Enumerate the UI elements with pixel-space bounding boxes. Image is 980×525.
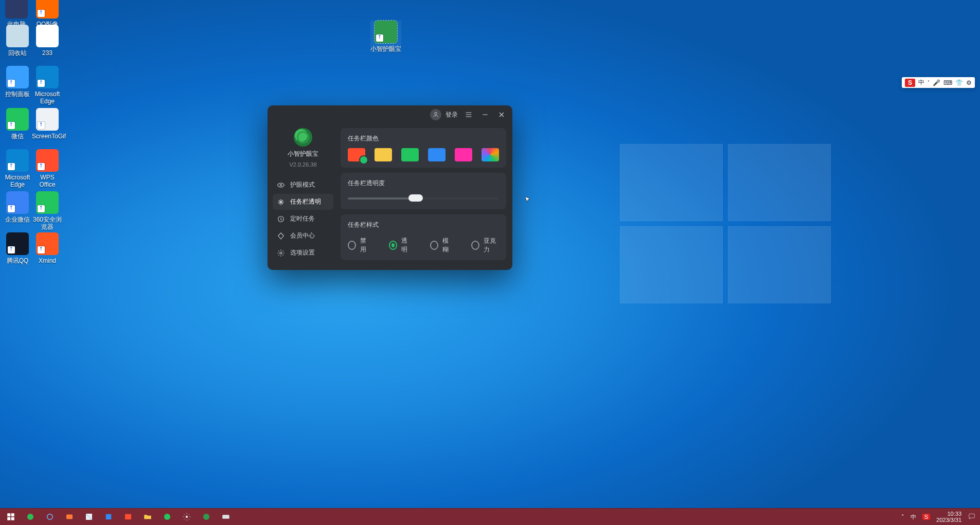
xmind-icon xyxy=(36,232,59,255)
desktop-icon-screentogif[interactable]: ScreenToGif xyxy=(32,108,63,140)
wechat-icon xyxy=(6,108,29,131)
sidebar: 小智护眼宝 V2.0.26.38 护眼模式任务栏透明定时任务会员中心选项设置 xyxy=(268,124,336,270)
sidebar-item-clock[interactable]: 定时任务 xyxy=(273,211,333,227)
svg-rect-12 xyxy=(106,514,112,520)
menu-button[interactable] xyxy=(463,109,474,120)
taskbar-app-xiaozhi[interactable] xyxy=(199,511,214,523)
tray-notifications-icon[interactable] xyxy=(968,512,976,521)
ime-skin-icon[interactable]: 👕 xyxy=(955,79,963,86)
taskbar-app-wechat[interactable] xyxy=(159,511,175,523)
desktop-icon-360-browser[interactable]: 360安全浏览器 xyxy=(32,191,63,230)
panel-taskbar-color: 任务栏颜色 xyxy=(341,128,506,168)
svg-point-0 xyxy=(435,112,437,115)
desktop-icon-label: Microsoft Edge xyxy=(2,174,33,188)
panel-taskbar-style: 任务栏样式 禁用透明模糊亚克力 xyxy=(341,214,506,260)
sidebar-item-gear[interactable]: 选项设置 xyxy=(273,245,333,261)
desktop-icon-edge-1[interactable]: Microsoft Edge xyxy=(32,66,63,105)
color-swatch-blue[interactable] xyxy=(428,148,446,161)
ime-settings-icon[interactable]: ⚙ xyxy=(966,79,972,86)
color-swatch-rainbow[interactable] xyxy=(482,148,499,161)
sidebar-item-eye[interactable]: 护眼模式 xyxy=(273,177,333,193)
desktop-icon-wechat[interactable]: 微信 xyxy=(2,108,33,140)
color-swatch-yellow[interactable] xyxy=(375,148,392,161)
taskbar-app-settings[interactable] xyxy=(179,511,194,523)
ime-item[interactable]: 中 xyxy=(918,78,924,87)
taskbar-app-task[interactable] xyxy=(101,511,116,523)
desktop-icon-label: Xmind xyxy=(32,257,63,264)
tray-ime-icon[interactable]: S xyxy=(922,514,930,520)
taskbar-app-cortana[interactable] xyxy=(42,511,58,523)
tray-time: 10:33 xyxy=(947,511,961,517)
minimize-button[interactable] xyxy=(479,109,491,120)
tray-lang[interactable]: 中 xyxy=(911,513,916,521)
desktop-icon-label: 微信 xyxy=(2,133,33,140)
login-area[interactable]: 登录 xyxy=(430,109,458,120)
radio-label: 亚克力 xyxy=(484,237,500,254)
svg-rect-17 xyxy=(222,515,229,519)
opacity-slider[interactable] xyxy=(348,193,499,203)
recycle-bin-icon xyxy=(6,25,29,47)
radio-label: 透明 xyxy=(401,237,412,254)
close-button[interactable] xyxy=(496,109,507,120)
taskbar-right: ˄ 中 S 10:33 2023/3/31 xyxy=(901,511,980,523)
app-window: 登录 小智护眼宝 V2.0.26.38 护眼模式任务栏透明定时任务会员中心选项设… xyxy=(268,105,512,270)
ime-toolbar[interactable]: S 中 ٬ 🎤 ⌨ 👕 ⚙ xyxy=(902,77,975,88)
desktop-icon-recycle-bin[interactable]: 回收站 xyxy=(2,25,33,57)
taskbar-app-360[interactable] xyxy=(23,511,38,523)
radio-label: 模糊 xyxy=(442,237,453,254)
login-label: 登录 xyxy=(446,111,458,119)
content: 任务栏颜色 任务栏透明度 任务栏样式 禁用透明模糊亚克力 xyxy=(336,124,512,270)
svg-rect-5 xyxy=(11,513,14,516)
desktop-icon-xmind[interactable]: Xmind xyxy=(32,232,63,264)
style-radio-2[interactable]: 模糊 xyxy=(430,237,453,254)
style-radio-3[interactable]: 亚克力 xyxy=(471,237,499,254)
style-radio-0[interactable]: 禁用 xyxy=(348,237,370,254)
style-radio-1[interactable]: 透明 xyxy=(389,237,412,254)
desktop-icon-wps[interactable]: WPS Office xyxy=(32,149,63,188)
desktop-icon-label: 回收站 xyxy=(2,49,33,57)
desktop-icon-qiye-wechat[interactable]: 企业微信 xyxy=(2,191,33,223)
ime-mic-icon[interactable]: 🎤 xyxy=(933,79,940,86)
wps-icon xyxy=(36,149,59,172)
taskbar-app-keyboard[interactable] xyxy=(218,511,234,523)
taskbar-app-wps[interactable] xyxy=(120,511,136,523)
color-swatch-magenta[interactable] xyxy=(455,148,472,161)
svg-point-16 xyxy=(203,514,209,520)
cursor-icon xyxy=(524,194,531,205)
qiye-wechat-icon xyxy=(6,191,29,214)
ime-item[interactable]: ٬ xyxy=(928,79,930,86)
desktop-icon-this-pc[interactable]: 此电脑 xyxy=(1,0,32,28)
taskbar-app-paint[interactable] xyxy=(81,511,97,523)
taskbar-app-video[interactable] xyxy=(62,511,77,523)
svg-rect-10 xyxy=(66,515,73,519)
slider-thumb[interactable] xyxy=(408,194,423,202)
svg-point-14 xyxy=(164,514,170,520)
start-button[interactable] xyxy=(3,511,19,523)
svg-rect-13 xyxy=(125,514,131,520)
tray-date: 2023/3/31 xyxy=(936,517,961,523)
desktop-icon-edge-2[interactable]: Microsoft Edge xyxy=(2,149,33,188)
desktop-icon-control-panel[interactable]: 控制面板 xyxy=(2,66,33,98)
desktop-icon-xiaozhi-desktop[interactable]: 小智护眼宝 xyxy=(370,21,401,52)
desktop-icon-qq-image[interactable]: QQ影像 xyxy=(32,0,63,28)
tray-expand-icon[interactable]: ˄ xyxy=(901,514,904,520)
gear-icon xyxy=(277,249,285,257)
tray-clock[interactable]: 10:33 2023/3/31 xyxy=(936,511,961,523)
screentogif-icon xyxy=(36,108,59,131)
sidebar-item-diamond[interactable]: 会员中心 xyxy=(273,228,333,244)
sidebar-item-sparkle[interactable]: 任务栏透明 xyxy=(273,194,333,210)
ime-keyboard-icon[interactable]: ⌨ xyxy=(943,79,952,86)
qq-image-icon xyxy=(36,0,59,19)
color-swatch-red[interactable] xyxy=(348,148,365,161)
sparkle-icon xyxy=(277,198,285,206)
desktop-icon-tencent-qq[interactable]: 腾讯QQ xyxy=(2,232,33,264)
taskbar-app-explorer[interactable] xyxy=(140,511,155,523)
desktop-icon-label: 控制面板 xyxy=(2,90,33,98)
360-browser-icon xyxy=(36,191,59,214)
svg-rect-18 xyxy=(969,514,975,518)
desktop-icon-txt-233[interactable]: 233 xyxy=(32,25,63,57)
color-swatch-green[interactable] xyxy=(401,148,419,161)
clock-icon xyxy=(277,215,285,223)
tencent-qq-icon xyxy=(6,232,29,255)
taskbar[interactable]: ˄ 中 S 10:33 2023/3/31 xyxy=(0,508,980,525)
